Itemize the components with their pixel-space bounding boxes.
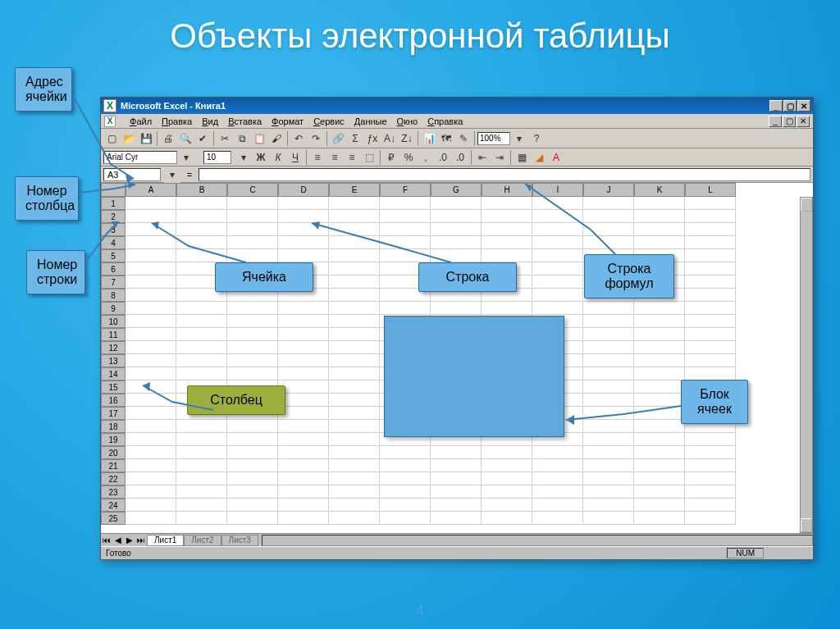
cell[interactable] [685,262,736,276]
cell[interactable] [431,485,482,499]
cell[interactable] [329,341,380,354]
equals-icon[interactable]: = [184,170,195,180]
column-header[interactable]: K [634,183,685,197]
cell[interactable] [431,512,482,525]
cell[interactable] [431,197,482,210]
font-name-box[interactable]: Arial Cyr [103,151,177,164]
cell[interactable] [583,197,634,210]
row-header[interactable]: 18 [101,420,126,433]
row-header[interactable]: 19 [101,433,126,446]
cell[interactable] [634,197,685,210]
cell[interactable] [126,459,176,472]
row-header[interactable]: 12 [101,341,126,354]
cell[interactable] [329,459,380,472]
cell[interactable] [329,446,380,459]
cell[interactable] [278,197,329,210]
sort-desc-icon[interactable]: Z↓ [399,130,415,147]
cell[interactable] [329,512,380,525]
cell[interactable] [634,433,685,446]
cell[interactable] [685,459,736,472]
cell[interactable] [278,381,329,394]
sheet-tab[interactable]: Лист3 [221,535,258,546]
cell[interactable] [176,433,227,446]
cell[interactable] [532,472,583,485]
cell[interactable] [634,367,685,381]
cell[interactable] [685,249,736,262]
inc-indent-icon[interactable]: ⇥ [491,149,508,166]
zoom-dropdown-icon[interactable]: ▾ [511,130,527,147]
cell[interactable] [227,512,278,525]
cell[interactable] [532,262,583,276]
cell[interactable] [126,354,176,367]
cell[interactable] [431,472,482,485]
copy-icon[interactable]: ⧉ [234,130,250,147]
cell[interactable] [431,499,482,512]
size-dropdown-icon[interactable]: ▾ [235,149,252,166]
cell[interactable] [634,485,685,499]
cell[interactable] [685,197,736,210]
cell[interactable] [532,485,583,499]
bold-icon[interactable]: Ж [253,149,269,166]
italic-icon[interactable]: К [270,149,286,166]
cell[interactable] [532,446,583,459]
redo-icon[interactable]: ↷ [308,130,324,147]
cell[interactable] [634,472,685,485]
row-header[interactable]: 5 [101,249,126,262]
cell[interactable] [685,472,736,485]
cell[interactable] [634,354,685,367]
cell[interactable] [278,485,329,499]
cell[interactable] [532,512,583,525]
row-header[interactable]: 16 [101,394,126,407]
cell[interactable] [532,223,583,236]
cell[interactable] [176,236,227,249]
cell[interactable] [634,315,685,328]
open-icon[interactable]: 📂 [121,130,137,147]
cell[interactable] [329,354,380,367]
tab-first-icon[interactable]: ⏮ [101,536,112,545]
cell[interactable] [583,328,634,341]
cell[interactable] [380,223,431,236]
cell[interactable] [126,315,176,328]
cell[interactable] [685,223,736,236]
cell[interactable] [126,433,176,446]
row-header[interactable]: 20 [101,446,126,459]
tab-next-icon[interactable]: ▶ [124,536,135,545]
row-header[interactable]: 3 [101,223,126,236]
row-header[interactable]: 23 [101,485,126,499]
format-painter-icon[interactable]: 🖌 [268,130,285,147]
zoom-box[interactable]: 100% [477,132,510,145]
cell[interactable] [126,276,176,289]
cut-icon[interactable]: ✂ [217,130,233,147]
cell[interactable] [126,302,176,315]
row-header[interactable]: 1 [101,197,126,210]
new-icon[interactable]: ▢ [103,130,120,147]
cell[interactable] [329,236,380,249]
cell[interactable] [329,420,380,433]
cell[interactable] [278,420,329,433]
cell[interactable] [329,394,380,407]
cell[interactable] [126,249,176,262]
menu-item[interactable]: Формат [267,116,308,126]
cell[interactable] [532,289,583,302]
draw-icon[interactable]: ✎ [455,130,472,147]
menu-item[interactable]: Данные [349,116,392,126]
cell[interactable] [532,210,583,223]
cell[interactable] [583,354,634,367]
cell[interactable] [482,446,532,459]
namebox-dropdown-icon[interactable]: ▾ [164,166,180,183]
formula-input[interactable] [199,168,810,181]
cell[interactable] [532,459,583,472]
cell[interactable] [126,367,176,381]
cell[interactable] [329,276,380,289]
column-header[interactable]: E [329,183,380,197]
cell[interactable] [583,407,634,420]
cell[interactable] [431,223,482,236]
name-box[interactable]: A3 [103,168,161,181]
save-icon[interactable]: 💾 [138,130,154,147]
child-min-button[interactable]: _ [769,116,782,127]
cell[interactable] [380,249,431,262]
cell[interactable] [380,210,431,223]
cell[interactable] [482,197,532,210]
cell[interactable] [278,499,329,512]
cell[interactable] [431,210,482,223]
